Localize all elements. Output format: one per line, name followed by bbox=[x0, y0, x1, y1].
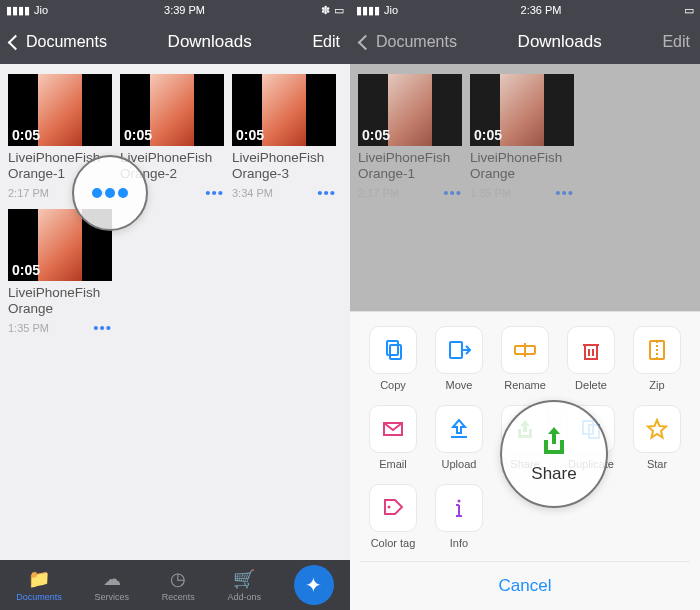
action-copy[interactable]: Copy bbox=[369, 326, 417, 391]
file-thumbnail: 0:05 bbox=[470, 74, 574, 146]
file-time-label: 2:17 PM bbox=[358, 187, 399, 199]
color-tag-icon bbox=[369, 484, 417, 532]
file-name-label: LiveiPhoneFish Orange-1 bbox=[358, 150, 462, 182]
file-thumbnail: 0:05 bbox=[358, 74, 462, 146]
chevron-left-icon bbox=[8, 34, 24, 50]
info-icon bbox=[435, 484, 483, 532]
duration-label: 0:05 bbox=[12, 127, 40, 143]
back-button[interactable]: Documents bbox=[10, 33, 107, 51]
share-icon bbox=[537, 424, 571, 458]
tab-addons[interactable]: 🛒Add-ons bbox=[227, 568, 261, 602]
cloud-icon: ☁ bbox=[103, 568, 121, 590]
duration-label: 0:05 bbox=[362, 127, 390, 143]
file-more-button[interactable]: ••• bbox=[555, 184, 574, 201]
file-thumbnail: 0:05 bbox=[8, 74, 112, 146]
file-name-label: LiveiPhoneFish Orange bbox=[470, 150, 574, 182]
compass-button[interactable]: ✦ bbox=[294, 565, 334, 605]
clock-icon: ◷ bbox=[170, 568, 186, 590]
status-bar: ▮▮▮▮ Jio 2:36 PM ▭ bbox=[350, 0, 700, 20]
svg-point-0 bbox=[92, 188, 102, 198]
tab-label: Documents bbox=[16, 592, 62, 602]
file-card[interactable]: 0:05 LiveiPhoneFish Orange 1:35 PM••• bbox=[470, 74, 574, 201]
highlight-label: Share bbox=[531, 464, 576, 484]
action-label: Upload bbox=[442, 458, 477, 470]
rename-icon bbox=[501, 326, 549, 374]
page-title: Downloads bbox=[518, 32, 602, 52]
duration-label: 0:05 bbox=[236, 127, 264, 143]
screen-left: ▮▮▮▮ Jio 3:39 PM ✽ ▭ Documents Downloads… bbox=[0, 0, 350, 610]
svg-point-19 bbox=[458, 500, 461, 503]
highlight-more-icon bbox=[72, 155, 148, 231]
file-time-label: 1:35 PM bbox=[8, 322, 49, 334]
file-card[interactable]: 0:05 LiveiPhoneFish Orange-3 3:34 PM••• bbox=[232, 74, 336, 201]
star-icon bbox=[633, 405, 681, 453]
chevron-left-icon bbox=[358, 34, 374, 50]
duration-label: 0:05 bbox=[124, 127, 152, 143]
delete-icon bbox=[567, 326, 615, 374]
svg-point-1 bbox=[105, 188, 115, 198]
svg-rect-4 bbox=[390, 345, 401, 359]
tab-recents[interactable]: ◷Recents bbox=[162, 568, 195, 602]
action-label: Color tag bbox=[371, 537, 416, 549]
more-dots-icon bbox=[90, 186, 130, 200]
action-info[interactable]: Info bbox=[435, 484, 483, 549]
clock-label: 3:39 PM bbox=[164, 4, 205, 16]
action-label: Rename bbox=[504, 379, 546, 391]
svg-point-2 bbox=[118, 188, 128, 198]
cart-icon: 🛒 bbox=[233, 568, 255, 590]
action-label: Delete bbox=[575, 379, 607, 391]
nav-bar: Documents Downloads Edit bbox=[350, 20, 700, 64]
tab-documents[interactable]: 📁Documents bbox=[16, 568, 62, 602]
edit-button[interactable]: Edit bbox=[662, 33, 690, 51]
svg-rect-8 bbox=[585, 345, 597, 359]
status-bar: ▮▮▮▮ Jio 3:39 PM ✽ ▭ bbox=[0, 0, 350, 20]
file-more-button[interactable]: ••• bbox=[317, 184, 336, 201]
action-rename[interactable]: Rename bbox=[501, 326, 549, 391]
action-upload[interactable]: Upload bbox=[435, 405, 483, 470]
file-thumbnail: 0:05 bbox=[120, 74, 224, 146]
file-name-label: LiveiPhoneFish Orange-3 bbox=[232, 150, 336, 182]
action-delete[interactable]: Delete bbox=[567, 326, 615, 391]
file-more-button[interactable]: ••• bbox=[205, 184, 224, 201]
page-title: Downloads bbox=[168, 32, 252, 52]
file-card[interactable]: 0:05 LiveiPhoneFish Orange-1 2:17 PM••• bbox=[358, 74, 462, 201]
battery-icon: ▭ bbox=[684, 4, 694, 17]
carrier-label: Jio bbox=[384, 4, 398, 16]
svg-rect-3 bbox=[387, 341, 398, 355]
cancel-button[interactable]: Cancel bbox=[360, 561, 690, 610]
action-zip[interactable]: Zip bbox=[633, 326, 681, 391]
signal-icon: ▮▮▮▮ bbox=[6, 4, 30, 17]
file-more-button[interactable]: ••• bbox=[93, 319, 112, 336]
file-more-button[interactable]: ••• bbox=[443, 184, 462, 201]
file-thumbnail: 0:05 bbox=[232, 74, 336, 146]
tab-label: Recents bbox=[162, 592, 195, 602]
email-icon bbox=[369, 405, 417, 453]
move-icon bbox=[435, 326, 483, 374]
screen-right: ▮▮▮▮ Jio 2:36 PM ▭ Documents Downloads E… bbox=[350, 0, 700, 610]
tab-services[interactable]: ☁Services bbox=[95, 568, 130, 602]
action-move[interactable]: Move bbox=[435, 326, 483, 391]
action-email[interactable]: Email bbox=[369, 405, 417, 470]
file-time-label: 3:34 PM bbox=[232, 187, 273, 199]
duration-label: 0:05 bbox=[474, 127, 502, 143]
highlight-share-icon: Share bbox=[500, 400, 608, 508]
back-label: Documents bbox=[26, 33, 107, 51]
clock-label: 2:36 PM bbox=[521, 4, 562, 16]
nav-bar: Documents Downloads Edit bbox=[0, 20, 350, 64]
file-time-label: 2:17 PM bbox=[8, 187, 49, 199]
file-grid: 0:05 LiveiPhoneFish Orange-1 2:17 PM••• … bbox=[0, 64, 350, 346]
action-star[interactable]: Star bbox=[633, 405, 681, 470]
action-color-tag[interactable]: Color tag bbox=[369, 484, 417, 549]
file-grid: 0:05 LiveiPhoneFish Orange-1 2:17 PM••• … bbox=[350, 64, 700, 211]
action-label: Move bbox=[446, 379, 473, 391]
back-button[interactable]: Documents bbox=[360, 33, 457, 51]
svg-rect-5 bbox=[450, 342, 462, 358]
action-label: Copy bbox=[380, 379, 406, 391]
zip-icon bbox=[633, 326, 681, 374]
svg-point-18 bbox=[388, 506, 391, 509]
carrier-label: Jio bbox=[34, 4, 48, 16]
bluetooth-icon: ✽ bbox=[321, 4, 330, 17]
action-label: Zip bbox=[649, 379, 664, 391]
edit-button[interactable]: Edit bbox=[312, 33, 340, 51]
tab-bar: 📁Documents ☁Services ◷Recents 🛒Add-ons ✦ bbox=[0, 560, 350, 610]
